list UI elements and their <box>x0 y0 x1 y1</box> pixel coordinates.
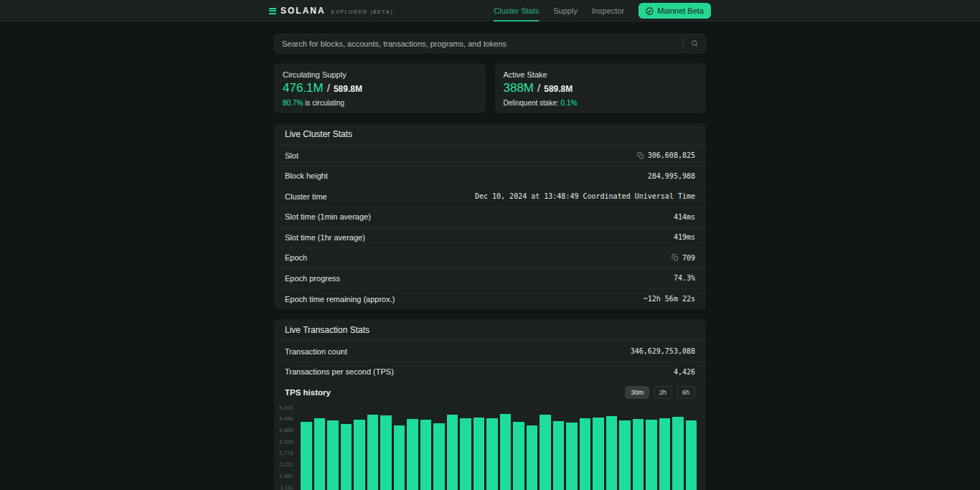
stake-card-footer: Delinquent stake: 0.1% <box>504 99 698 107</box>
tps-bar <box>672 417 684 490</box>
epoch-progress-value: 74.3% <box>674 274 695 282</box>
time-range-buttons: 30m 2h 6h <box>625 386 695 399</box>
y-tick-label: 2,222 <box>274 461 293 468</box>
tps-bar <box>447 415 458 490</box>
nav-inspector[interactable]: Inspector <box>592 0 624 22</box>
cluster-time-value: Dec 10, 2024 at 13:48:49 Coordinated Uni… <box>475 192 695 200</box>
search-icon[interactable] <box>684 39 705 47</box>
row-label: Slot time (1hr average) <box>285 233 365 242</box>
total-supply-value: 589.8M <box>334 84 362 94</box>
tps-bar <box>513 422 524 490</box>
tps-bar <box>327 420 339 490</box>
y-tick-label: 5,000 <box>274 405 293 411</box>
slot-value-link[interactable]: 306,608,825 <box>648 151 695 159</box>
supply-card-footer: 80.7% is circulating <box>283 99 477 107</box>
tps-bar <box>553 421 565 490</box>
table-row-slot: Slot 306,608,825 <box>274 146 706 166</box>
block-height-value: 284,995,988 <box>648 172 695 180</box>
tps-bar <box>500 414 512 490</box>
tps-bar <box>394 425 405 490</box>
tps-bar <box>460 418 471 490</box>
table-row-transaction-count: Transaction count 346,629,753,088 <box>274 341 706 362</box>
row-label: Slot <box>285 151 298 160</box>
live-cluster-stats-card: Live Cluster Stats Slot 306,608,825 Bloc… <box>274 123 706 309</box>
tps-bar <box>407 419 418 490</box>
tps-bar <box>619 420 631 490</box>
tps-bar <box>433 423 445 490</box>
solana-logo[interactable]: SOLANA EXPLORER (BETA) <box>269 6 393 16</box>
search-input[interactable] <box>275 39 683 48</box>
logo-text: SOLANA <box>281 6 326 16</box>
slot-time-1min-value: 414ms <box>674 213 695 221</box>
search-bar <box>274 34 706 53</box>
supply-card-title: Circulating Supply <box>283 70 477 79</box>
total-stake-value: 589.8M <box>544 84 573 94</box>
row-label: Slot time (1min average) <box>285 212 371 221</box>
y-tick-label: 1,111 <box>274 484 293 490</box>
tps-bar <box>540 415 551 490</box>
range-button-6h[interactable]: 6h <box>677 386 695 399</box>
transaction-stats-title: Live Transaction Stats <box>274 319 706 341</box>
cluster-stats-title: Live Cluster Stats <box>274 123 706 146</box>
y-tick-label: 4,444 <box>274 415 293 422</box>
tps-bar <box>367 415 379 490</box>
tps-bar <box>593 418 604 490</box>
network-selector-button[interactable]: Mainnet Beta <box>639 3 711 19</box>
row-label: Transaction count <box>285 347 347 356</box>
table-row-block-height: Block height 284,995,988 <box>274 166 706 187</box>
main-nav: Cluster Stats Supply Inspector Mainnet B… <box>494 0 711 22</box>
circulating-supply-card: Circulating Supply 476.1M / 589.8M 80.7%… <box>274 63 486 113</box>
tps-bar <box>354 420 365 490</box>
tps-bar <box>633 419 644 490</box>
delinquent-percent: 0.1% <box>561 99 578 107</box>
supply-separator: / <box>327 82 330 94</box>
tps-bar <box>646 420 657 490</box>
y-tick-label: 2,778 <box>274 450 293 456</box>
row-label: Epoch <box>285 253 307 262</box>
table-row-slot-time-1hr: Slot time (1hr average) 419ms <box>274 227 706 248</box>
circulating-supply-value: 476.1M <box>283 81 324 95</box>
tps-bar <box>341 424 352 490</box>
y-tick-label: 1,667 <box>274 473 293 479</box>
tps-bar <box>473 418 485 490</box>
row-label: Cluster time <box>285 192 327 201</box>
copy-icon[interactable] <box>672 254 679 261</box>
tps-bar <box>566 423 578 490</box>
tps-history-label: TPS history <box>285 388 331 397</box>
nav-supply[interactable]: Supply <box>553 0 578 22</box>
epoch-value-link[interactable]: 709 <box>682 254 695 262</box>
y-tick-label: 3,889 <box>274 427 293 433</box>
stake-separator: / <box>537 82 540 94</box>
tps-bar <box>659 418 671 490</box>
tps-bar <box>380 415 392 490</box>
table-row-epoch-progress: Epoch progress 74.3% <box>274 268 706 289</box>
stake-card-title: Active Stake <box>504 70 698 79</box>
row-label: Transactions per second (TPS) <box>285 367 394 376</box>
network-name: Mainnet Beta <box>657 6 704 15</box>
tps-bar <box>580 418 591 490</box>
range-button-2h[interactable]: 2h <box>654 386 672 399</box>
active-stake-card: Active Stake 388M / 589.8M Delinquent st… <box>495 63 707 113</box>
tps-bar <box>314 418 326 490</box>
row-label: Epoch progress <box>285 274 340 283</box>
copy-icon[interactable] <box>637 152 644 159</box>
slot-time-1hr-value: 419ms <box>674 233 695 241</box>
tps-bar <box>686 420 697 490</box>
check-circle-icon <box>646 7 654 15</box>
top-header: SOLANA EXPLORER (BETA) Cluster Stats Sup… <box>0 0 980 22</box>
row-label: Epoch time remaining (approx.) <box>285 295 395 303</box>
tps-bar <box>527 425 538 490</box>
range-button-30m[interactable]: 30m <box>625 386 649 399</box>
nav-cluster-stats[interactable]: Cluster Stats <box>494 0 539 22</box>
circulating-text: is circulating <box>303 99 344 107</box>
active-stake-value: 388M <box>504 81 534 95</box>
row-label: Block height <box>285 171 328 180</box>
transaction-count-value: 346,629,753,088 <box>631 347 695 355</box>
table-row-slot-time-1min: Slot time (1min average) 414ms <box>274 207 706 228</box>
logo-subtitle: EXPLORER (BETA) <box>331 9 394 14</box>
epoch-remaining-value: ~12h 56m 22s <box>644 295 695 303</box>
live-transaction-stats-card: Live Transaction Stats Transaction count… <box>274 319 706 490</box>
tps-bar <box>301 422 312 490</box>
tps-history-row: TPS history 30m 2h 6h <box>274 382 706 402</box>
tps-history-chart: 5,0004,4443,8893,3332,7782,2221,6671,111… <box>274 407 706 490</box>
